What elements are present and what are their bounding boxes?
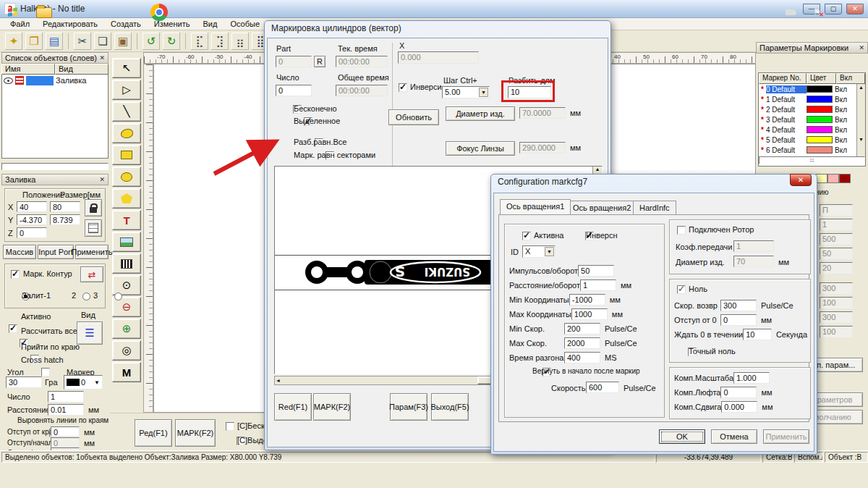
apply-button[interactable]: Применить — [75, 245, 109, 259]
barcode-tool[interactable] — [112, 253, 141, 274]
image-tool[interactable] — [112, 232, 141, 252]
palette-swatch[interactable] — [816, 174, 827, 183]
open-icon[interactable]: ❐ — [25, 32, 43, 51]
fill-type-2-radio[interactable] — [82, 293, 90, 300]
menu-item-2[interactable]: Создать — [105, 19, 147, 29]
redo-icon[interactable]: ↻ — [162, 32, 181, 51]
param-field[interactable]: 300▲▼ — [820, 282, 853, 295]
config-close-button[interactable]: ✕ — [790, 174, 812, 186]
rotor-checkbox[interactable] — [677, 226, 686, 235]
fill-panel-header[interactable]: Заливка ✕ — [1, 174, 109, 185]
array-button[interactable]: Массив — [3, 245, 36, 259]
marker-hscroll[interactable]: ⁞⁞⁞ — [759, 156, 865, 164]
text-tool[interactable]: T — [112, 210, 141, 230]
column-marker-no[interactable]: Маркер No. — [759, 73, 807, 84]
marker-row[interactable]: *0 DefaultВкл — [759, 84, 865, 94]
count-input[interactable]: 0 — [276, 85, 312, 96]
column-view[interactable]: Вид — [55, 64, 109, 75]
column-on[interactable]: Вкл — [836, 73, 865, 84]
cyl-button-2[interactable]: Парам(F3) — [390, 393, 427, 421]
step-combo[interactable]: 5.00 ▼ — [442, 86, 490, 98]
config-row-input[interactable]: 2000 — [564, 337, 600, 349]
param-field[interactable]: 300▲▼ — [820, 311, 853, 324]
node-add-icon[interactable]: ⣹ — [210, 32, 229, 51]
mark-contour-checkbox[interactable] — [11, 270, 20, 279]
marker-row[interactable]: *4 DefaultВкл — [759, 125, 865, 135]
column-name[interactable]: Имя — [1, 64, 55, 75]
edge-offset-input[interactable]: 0 — [51, 426, 80, 437]
z-position-input[interactable]: 0 — [17, 227, 47, 238]
cut-icon[interactable]: ✂ — [73, 32, 92, 51]
param-field[interactable]: 50▲▼ — [820, 248, 853, 260]
y-position-input[interactable]: -4.370 — [17, 214, 47, 225]
encoder-tool[interactable]: ◎ — [112, 340, 141, 361]
ellipse-tool[interactable] — [112, 167, 141, 187]
part-reset-button[interactable]: R — [314, 56, 326, 67]
freehand-tool[interactable] — [112, 123, 141, 143]
config-row-input[interactable]: 10 — [743, 329, 772, 340]
action-center-flag-icon[interactable]: ⚑✕ — [813, 7, 821, 17]
axis-active-checkbox[interactable] — [522, 232, 531, 240]
node-select-icon[interactable]: ⣏ — [190, 32, 209, 51]
param-field[interactable]: 100▲▼ — [820, 326, 853, 338]
config-row-input[interactable]: 1 — [580, 279, 616, 291]
red-preview-button[interactable]: Ред(F1) — [135, 419, 172, 447]
zero-checkbox[interactable] — [677, 285, 686, 294]
visibility-eye-icon[interactable] — [4, 77, 13, 84]
speed-input[interactable]: 600 — [586, 382, 619, 393]
angle-input[interactable]: 30 — [6, 376, 42, 388]
fill-path-preview-button[interactable]: ☰ — [77, 321, 103, 345]
gear-ratio-input[interactable]: 1 — [733, 240, 774, 252]
config-row-input[interactable]: 0 — [720, 314, 757, 326]
marker-pen-dropdown[interactable]: 0 ▼ — [64, 375, 103, 390]
params-panel-close-icon[interactable]: ✕ — [859, 44, 864, 51]
input-port-button[interactable]: Input Port — [38, 245, 74, 259]
cursor-tool[interactable]: ↖ — [112, 58, 141, 78]
ok-button[interactable]: OK — [659, 429, 705, 444]
polygon-tool[interactable] — [112, 188, 141, 209]
battery-icon[interactable] — [786, 9, 795, 15]
config-row-input[interactable]: 0 — [720, 387, 757, 398]
palette-swatch[interactable] — [839, 174, 851, 183]
y-size-input[interactable]: 8.739 — [50, 214, 80, 225]
focus-lens-button[interactable]: Фокус Линзы — [446, 141, 515, 156]
menu-item-4[interactable]: Вид — [197, 19, 223, 29]
maximize-button[interactable]: ▢ — [825, 4, 842, 14]
line-tool[interactable]: ╲ — [112, 101, 141, 122]
marker-row[interactable]: *3 DefaultВкл — [759, 114, 865, 125]
focus-input[interactable]: 290.0000 — [519, 142, 566, 153]
menu-item-5[interactable]: Особые — [224, 19, 265, 29]
paste-icon[interactable]: ▣ — [114, 32, 132, 51]
node-edit-tool[interactable]: ▷ — [112, 80, 141, 100]
lock-aspect-button[interactable] — [85, 199, 102, 216]
config-row-input[interactable]: 200 — [564, 323, 600, 335]
config-row-input[interactable]: -1000 — [569, 294, 605, 306]
param-field[interactable]: 20▲▼ — [820, 262, 853, 274]
object-panel-header[interactable]: Список объектов (слоев) ✕ — [1, 52, 109, 64]
param-field[interactable]: П — [820, 204, 853, 216]
column-color[interactable]: Цвет — [807, 73, 836, 84]
config-row-input[interactable]: 50 — [578, 265, 614, 277]
diameter-input[interactable]: 70.0000 — [519, 107, 566, 119]
x-position-input[interactable]: 40 — [17, 201, 47, 212]
config-row-input[interactable]: 1.000 — [733, 372, 770, 384]
x-value-input[interactable]: 0.000 — [398, 51, 479, 64]
config-row-input[interactable]: 1000 — [571, 308, 608, 320]
param-field[interactable]: 100▲▼ — [820, 297, 853, 309]
apply-config-button[interactable]: Применить — [763, 429, 809, 444]
new-icon[interactable]: ✦ — [4, 32, 23, 51]
menu-item-0[interactable]: Файл — [4, 19, 35, 29]
fill-panel-close-icon[interactable]: ✕ — [99, 176, 105, 183]
output-port-tool[interactable]: ⊕ — [112, 319, 141, 339]
inverse-checkbox[interactable] — [399, 83, 407, 92]
marker-row[interactable]: *1 DefaultВкл — [759, 94, 865, 104]
rectangle-tool[interactable] — [112, 145, 141, 165]
diameter-button[interactable]: Диаметр изд. — [446, 106, 515, 121]
tab-0[interactable]: Ось вращения1 — [500, 199, 571, 214]
cyl-button-0[interactable]: Red(F1) — [274, 393, 312, 421]
param-field[interactable]: 500▲▼ — [820, 233, 853, 245]
copy-icon[interactable]: ❏ — [93, 32, 112, 51]
params-panel-header[interactable]: Параметры Маркировки ✕ — [756, 42, 868, 54]
param-field[interactable]: 1▲▼ — [820, 219, 853, 231]
marker-row[interactable]: *2 DefaultВкл — [759, 104, 865, 114]
